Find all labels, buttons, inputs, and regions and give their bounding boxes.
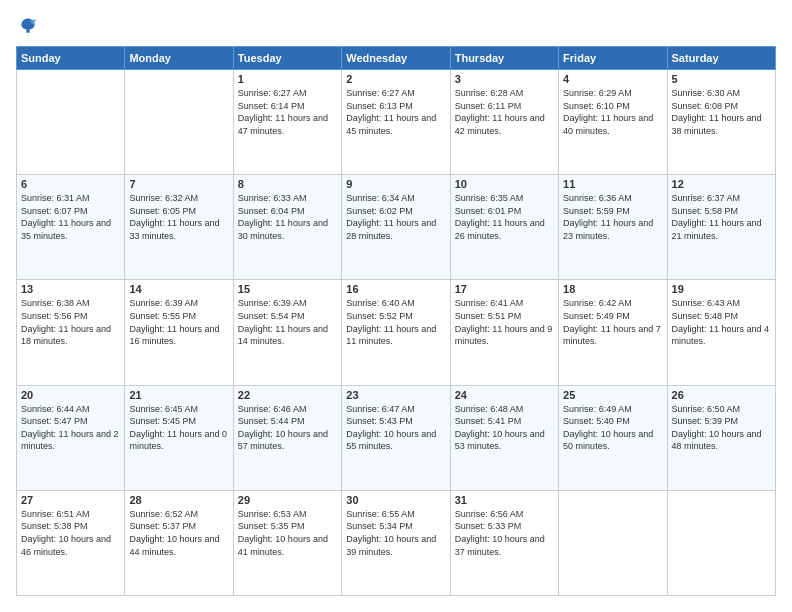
weekday-header: Saturday — [667, 47, 775, 70]
calendar-week-row: 13 Sunrise: 6:38 AMSunset: 5:56 PMDaylig… — [17, 280, 776, 385]
day-number: 9 — [346, 178, 445, 190]
cell-info: Sunrise: 6:51 AMSunset: 5:38 PMDaylight:… — [21, 509, 111, 557]
day-number: 15 — [238, 283, 337, 295]
cell-info: Sunrise: 6:30 AMSunset: 6:08 PMDaylight:… — [672, 88, 762, 136]
calendar-week-row: 6 Sunrise: 6:31 AMSunset: 6:07 PMDayligh… — [17, 175, 776, 280]
day-number: 11 — [563, 178, 662, 190]
day-number: 27 — [21, 494, 120, 506]
calendar-cell: 23 Sunrise: 6:47 AMSunset: 5:43 PMDaylig… — [342, 385, 450, 490]
header — [16, 16, 776, 36]
calendar-cell: 25 Sunrise: 6:49 AMSunset: 5:40 PMDaylig… — [559, 385, 667, 490]
day-number: 29 — [238, 494, 337, 506]
calendar-cell: 18 Sunrise: 6:42 AMSunset: 5:49 PMDaylig… — [559, 280, 667, 385]
weekday-header: Sunday — [17, 47, 125, 70]
calendar-cell: 27 Sunrise: 6:51 AMSunset: 5:38 PMDaylig… — [17, 490, 125, 595]
day-number: 17 — [455, 283, 554, 295]
day-number: 28 — [129, 494, 228, 506]
day-number: 10 — [455, 178, 554, 190]
day-number: 13 — [21, 283, 120, 295]
calendar-cell — [125, 70, 233, 175]
cell-info: Sunrise: 6:55 AMSunset: 5:34 PMDaylight:… — [346, 509, 436, 557]
calendar-cell: 4 Sunrise: 6:29 AMSunset: 6:10 PMDayligh… — [559, 70, 667, 175]
calendar-week-row: 20 Sunrise: 6:44 AMSunset: 5:47 PMDaylig… — [17, 385, 776, 490]
day-number: 8 — [238, 178, 337, 190]
cell-info: Sunrise: 6:44 AMSunset: 5:47 PMDaylight:… — [21, 404, 119, 452]
cell-info: Sunrise: 6:56 AMSunset: 5:33 PMDaylight:… — [455, 509, 545, 557]
calendar-cell — [559, 490, 667, 595]
page: SundayMondayTuesdayWednesdayThursdayFrid… — [0, 0, 792, 612]
day-number: 4 — [563, 73, 662, 85]
cell-info: Sunrise: 6:52 AMSunset: 5:37 PMDaylight:… — [129, 509, 219, 557]
calendar-week-row: 1 Sunrise: 6:27 AMSunset: 6:14 PMDayligh… — [17, 70, 776, 175]
day-number: 26 — [672, 389, 771, 401]
cell-info: Sunrise: 6:39 AMSunset: 5:54 PMDaylight:… — [238, 298, 328, 346]
calendar-cell: 9 Sunrise: 6:34 AMSunset: 6:02 PMDayligh… — [342, 175, 450, 280]
day-number: 2 — [346, 73, 445, 85]
calendar-cell — [17, 70, 125, 175]
calendar-cell: 15 Sunrise: 6:39 AMSunset: 5:54 PMDaylig… — [233, 280, 341, 385]
cell-info: Sunrise: 6:46 AMSunset: 5:44 PMDaylight:… — [238, 404, 328, 452]
calendar-week-row: 27 Sunrise: 6:51 AMSunset: 5:38 PMDaylig… — [17, 490, 776, 595]
day-number: 14 — [129, 283, 228, 295]
calendar-cell: 24 Sunrise: 6:48 AMSunset: 5:41 PMDaylig… — [450, 385, 558, 490]
calendar-cell: 11 Sunrise: 6:36 AMSunset: 5:59 PMDaylig… — [559, 175, 667, 280]
cell-info: Sunrise: 6:33 AMSunset: 6:04 PMDaylight:… — [238, 193, 328, 241]
cell-info: Sunrise: 6:37 AMSunset: 5:58 PMDaylight:… — [672, 193, 762, 241]
calendar-cell: 21 Sunrise: 6:45 AMSunset: 5:45 PMDaylig… — [125, 385, 233, 490]
cell-info: Sunrise: 6:34 AMSunset: 6:02 PMDaylight:… — [346, 193, 436, 241]
cell-info: Sunrise: 6:50 AMSunset: 5:39 PMDaylight:… — [672, 404, 762, 452]
weekday-header: Monday — [125, 47, 233, 70]
day-number: 7 — [129, 178, 228, 190]
cell-info: Sunrise: 6:32 AMSunset: 6:05 PMDaylight:… — [129, 193, 219, 241]
cell-info: Sunrise: 6:39 AMSunset: 5:55 PMDaylight:… — [129, 298, 219, 346]
cell-info: Sunrise: 6:40 AMSunset: 5:52 PMDaylight:… — [346, 298, 436, 346]
calendar-cell: 22 Sunrise: 6:46 AMSunset: 5:44 PMDaylig… — [233, 385, 341, 490]
cell-info: Sunrise: 6:45 AMSunset: 5:45 PMDaylight:… — [129, 404, 227, 452]
calendar-cell: 30 Sunrise: 6:55 AMSunset: 5:34 PMDaylig… — [342, 490, 450, 595]
cell-info: Sunrise: 6:35 AMSunset: 6:01 PMDaylight:… — [455, 193, 545, 241]
day-number: 6 — [21, 178, 120, 190]
cell-info: Sunrise: 6:48 AMSunset: 5:41 PMDaylight:… — [455, 404, 545, 452]
day-number: 31 — [455, 494, 554, 506]
cell-info: Sunrise: 6:41 AMSunset: 5:51 PMDaylight:… — [455, 298, 553, 346]
calendar-cell: 31 Sunrise: 6:56 AMSunset: 5:33 PMDaylig… — [450, 490, 558, 595]
weekday-header: Thursday — [450, 47, 558, 70]
day-number: 1 — [238, 73, 337, 85]
calendar-header-row: SundayMondayTuesdayWednesdayThursdayFrid… — [17, 47, 776, 70]
day-number: 30 — [346, 494, 445, 506]
cell-info: Sunrise: 6:27 AMSunset: 6:14 PMDaylight:… — [238, 88, 328, 136]
logo-bird-icon — [18, 16, 38, 36]
cell-info: Sunrise: 6:49 AMSunset: 5:40 PMDaylight:… — [563, 404, 653, 452]
calendar-cell: 7 Sunrise: 6:32 AMSunset: 6:05 PMDayligh… — [125, 175, 233, 280]
cell-info: Sunrise: 6:29 AMSunset: 6:10 PMDaylight:… — [563, 88, 653, 136]
cell-info: Sunrise: 6:43 AMSunset: 5:48 PMDaylight:… — [672, 298, 770, 346]
calendar-cell: 5 Sunrise: 6:30 AMSunset: 6:08 PMDayligh… — [667, 70, 775, 175]
logo — [16, 16, 38, 36]
day-number: 16 — [346, 283, 445, 295]
day-number: 21 — [129, 389, 228, 401]
cell-info: Sunrise: 6:47 AMSunset: 5:43 PMDaylight:… — [346, 404, 436, 452]
day-number: 12 — [672, 178, 771, 190]
calendar-cell: 20 Sunrise: 6:44 AMSunset: 5:47 PMDaylig… — [17, 385, 125, 490]
calendar-cell: 14 Sunrise: 6:39 AMSunset: 5:55 PMDaylig… — [125, 280, 233, 385]
calendar-cell: 26 Sunrise: 6:50 AMSunset: 5:39 PMDaylig… — [667, 385, 775, 490]
calendar-body: 1 Sunrise: 6:27 AMSunset: 6:14 PMDayligh… — [17, 70, 776, 596]
calendar-cell: 28 Sunrise: 6:52 AMSunset: 5:37 PMDaylig… — [125, 490, 233, 595]
cell-info: Sunrise: 6:28 AMSunset: 6:11 PMDaylight:… — [455, 88, 545, 136]
calendar-cell: 17 Sunrise: 6:41 AMSunset: 5:51 PMDaylig… — [450, 280, 558, 385]
calendar-cell: 10 Sunrise: 6:35 AMSunset: 6:01 PMDaylig… — [450, 175, 558, 280]
calendar-cell: 19 Sunrise: 6:43 AMSunset: 5:48 PMDaylig… — [667, 280, 775, 385]
day-number: 3 — [455, 73, 554, 85]
day-number: 18 — [563, 283, 662, 295]
calendar-cell — [667, 490, 775, 595]
calendar-cell: 8 Sunrise: 6:33 AMSunset: 6:04 PMDayligh… — [233, 175, 341, 280]
day-number: 19 — [672, 283, 771, 295]
day-number: 5 — [672, 73, 771, 85]
cell-info: Sunrise: 6:53 AMSunset: 5:35 PMDaylight:… — [238, 509, 328, 557]
day-number: 23 — [346, 389, 445, 401]
calendar-cell: 6 Sunrise: 6:31 AMSunset: 6:07 PMDayligh… — [17, 175, 125, 280]
calendar-cell: 12 Sunrise: 6:37 AMSunset: 5:58 PMDaylig… — [667, 175, 775, 280]
day-number: 25 — [563, 389, 662, 401]
day-number: 20 — [21, 389, 120, 401]
calendar-cell: 1 Sunrise: 6:27 AMSunset: 6:14 PMDayligh… — [233, 70, 341, 175]
